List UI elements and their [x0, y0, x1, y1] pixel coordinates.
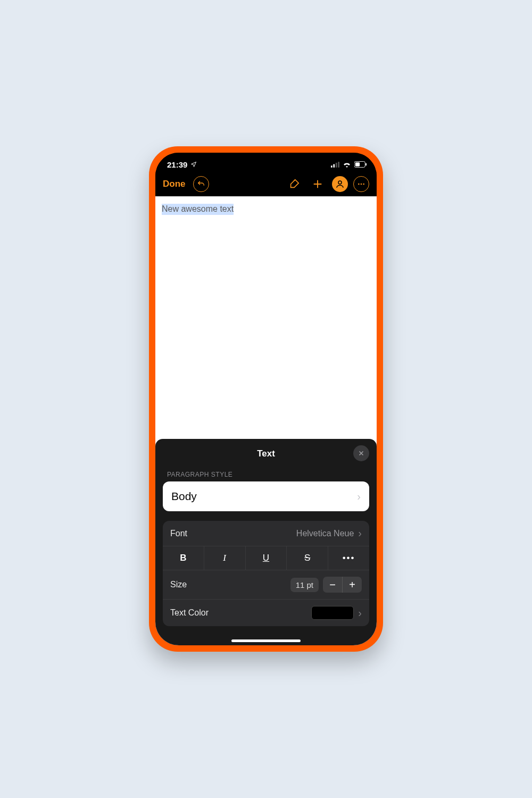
undo-button[interactable]: [193, 176, 209, 192]
signal-icon: [331, 162, 339, 168]
status-left: 21:39: [167, 160, 197, 169]
collaborate-button[interactable]: [332, 176, 348, 192]
toolbar: Done: [155, 172, 377, 196]
paragraph-style-row[interactable]: Body ›: [163, 481, 369, 511]
status-right: [331, 161, 367, 168]
ellipsis-icon: [357, 180, 365, 188]
home-indicator[interactable]: [231, 639, 301, 642]
undo-icon: [197, 180, 205, 188]
done-button[interactable]: Done: [163, 179, 186, 189]
wifi-icon: [343, 161, 351, 168]
selected-text[interactable]: New awesome text: [162, 204, 234, 215]
size-stepper: − +: [323, 577, 362, 593]
size-increase-button[interactable]: +: [343, 577, 362, 593]
text-format-panel: Text PARAGRAPH STYLE Body › Font Helveti…: [155, 439, 377, 645]
add-button[interactable]: [309, 175, 327, 193]
phone-frame: 21:39 Done: [149, 146, 383, 652]
brush-icon: [288, 178, 300, 190]
svg-rect-0: [331, 165, 332, 168]
paragraph-style-section-label: PARAGRAPH STYLE: [167, 471, 367, 478]
font-row[interactable]: Font Helvetica Neue ›: [163, 521, 369, 546]
svg-rect-3: [338, 162, 339, 168]
text-color-swatch: [311, 606, 354, 620]
svg-point-8: [358, 184, 360, 185]
font-value: Helvetica Neue: [296, 529, 354, 538]
underline-button[interactable]: U: [246, 546, 287, 570]
chevron-right-icon: ›: [357, 491, 361, 503]
strikethrough-button[interactable]: S: [287, 546, 328, 570]
location-icon: [190, 160, 197, 169]
format-brush-button[interactable]: [285, 175, 303, 193]
status-time: 21:39: [167, 160, 187, 169]
more-button[interactable]: [353, 176, 369, 192]
paragraph-style-value: Body: [171, 490, 197, 503]
text-options-group: Font Helvetica Neue › B I U S ••• Size: [163, 521, 369, 626]
close-icon: [358, 450, 365, 457]
status-bar: 21:39: [155, 153, 377, 172]
font-label: Font: [170, 529, 187, 538]
more-formatting-button[interactable]: •••: [328, 546, 369, 570]
panel-header: Text: [163, 446, 369, 461]
chevron-right-icon: ›: [358, 527, 362, 539]
screen: 21:39 Done: [155, 153, 377, 645]
size-row: Size 11 pt − +: [163, 570, 369, 600]
size-value-chip[interactable]: 11 pt: [290, 578, 319, 592]
plus-icon: [312, 178, 323, 190]
panel-close-button[interactable]: [353, 445, 369, 461]
svg-point-10: [363, 184, 364, 185]
bold-button[interactable]: B: [163, 546, 204, 570]
text-color-row[interactable]: Text Color ›: [163, 600, 369, 626]
size-decrease-button[interactable]: −: [323, 577, 342, 593]
text-color-label: Text Color: [170, 608, 209, 618]
italic-button[interactable]: I: [204, 546, 246, 570]
svg-rect-5: [355, 162, 360, 166]
svg-point-7: [338, 181, 342, 184]
panel-title: Text: [257, 448, 275, 459]
svg-rect-6: [365, 163, 367, 166]
size-label: Size: [170, 580, 187, 589]
svg-rect-1: [333, 164, 335, 167]
person-icon: [335, 179, 345, 189]
chevron-right-icon: ›: [358, 607, 362, 619]
svg-rect-2: [336, 162, 337, 167]
format-buttons-row: B I U S •••: [163, 546, 369, 570]
battery-icon: [354, 161, 367, 168]
svg-point-9: [361, 184, 362, 185]
